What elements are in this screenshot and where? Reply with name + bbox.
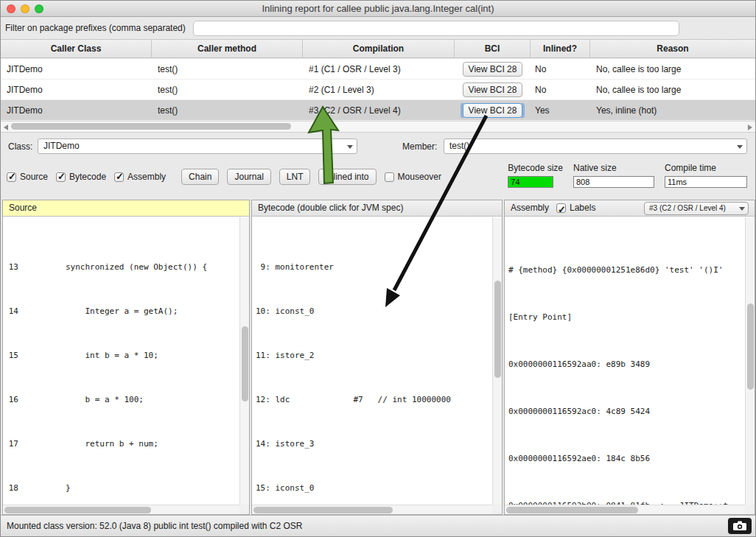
selector-bar: Class: JITDemo Member: test() [1,136,755,158]
source-horizontal-scrollbar[interactable] [3,505,239,514]
status-bar: Mounted class version: 52.0 (Java 8) pub… [1,515,755,536]
mouseover-checkbox-label: Mouseover [398,172,441,182]
native-size-value: 808 [573,176,654,188]
mouseover-checkbox[interactable]: Mouseover [385,172,441,182]
view-bci-button[interactable]: View BCI 28 [463,103,523,118]
inlining-table-body: JITDemo test() #1 (C1 / OSR / Level 3) V… [1,59,755,121]
scrollbar-thumb[interactable] [494,281,501,379]
source-line: 13 synchronized (new Object()) { [3,262,239,273]
cell-inlined: No [531,85,590,95]
inlined-into-button[interactable]: Inlined into [318,169,376,185]
class-combobox[interactable]: JITDemo [38,138,357,154]
cell-caller-class: JITDemo [1,85,152,95]
bytecode-line[interactable]: 11: istore_2 [252,350,492,361]
chain-button[interactable]: Chain [181,169,219,185]
filter-label: Filter on package prefixes (comma separa… [5,23,186,33]
cell-inlined: Yes [531,105,590,116]
journal-button[interactable]: Journal [227,169,270,185]
source-panel-header: Source [3,200,249,217]
checkbox-checked-icon [56,172,66,182]
chevron-down-icon [347,145,353,149]
camera-icon[interactable] [728,518,752,534]
labels-checkbox[interactable]: Labels [556,200,595,216]
bytecode-line[interactable]: 14: istore_3 [252,438,492,449]
bytecode-vertical-scrollbar[interactable] [492,217,502,505]
scroll-left-icon[interactable] [4,124,8,130]
filter-row: Filter on package prefixes (comma separa… [1,17,755,39]
view-bci-button[interactable]: View BCI 28 [463,62,523,77]
table-row[interactable]: JITDemo test() #3 (C2 / OSR / Level 4) V… [1,100,755,121]
column-header[interactable]: Inlined? [531,40,590,57]
scrollbar-thumb[interactable] [747,303,754,390]
status-text: Mounted class version: 52.0 (Java 8) pub… [7,521,303,531]
table-row[interactable]: JITDemo test() #1 (C1 / OSR / Level 3) V… [1,59,755,80]
cell-bci: View BCI 28 [455,103,531,118]
column-header[interactable]: Reason [590,40,755,57]
scrollbar-corner [745,505,755,514]
scrollbar-corner [239,505,249,514]
source-line: 15 int b = a * 10; [3,350,239,361]
bytecode-size-value: 74 [508,176,553,188]
source-vertical-scrollbar[interactable] [239,217,249,505]
chevron-down-icon [737,145,743,149]
member-combobox[interactable]: test() [444,138,747,154]
assembly-panel-title: Assembly [511,200,549,216]
column-header[interactable]: Caller method [152,40,303,57]
native-size-label: Native size [573,163,654,173]
assembly-panel: Assembly Labels #3 (C2 / OSR / Level 4) … [504,200,755,515]
compile-time-value: 11ms [665,176,747,188]
assembly-checkbox[interactable]: Assembly [114,172,166,182]
traffic-lights [7,4,43,13]
bytecode-checkbox[interactable]: Bytecode [56,172,106,182]
cell-compilation: #3 (C2 / OSR / Level 4) [303,105,455,116]
cell-reason: Yes, inline (hot) [590,105,755,116]
assembly-checkbox-label: Assembly [127,172,166,182]
view-bci-button[interactable]: View BCI 28 [463,83,523,97]
bytecode-panel: Bytecode (double click for JVM spec) 9: … [251,200,503,515]
column-header[interactable]: BCI [455,40,531,57]
labels-checkbox-label: Labels [570,200,595,216]
table-horizontal-scrollbar[interactable] [1,121,755,133]
source-panel-title: Source [9,200,37,216]
bytecode-horizontal-scrollbar[interactable] [252,505,492,514]
assembly-vertical-scrollbar[interactable] [745,217,755,505]
bytecode-line[interactable]: 15: iconst_0 [252,482,492,494]
cell-reason: No, callee is too large [590,85,755,95]
scrollbar-thumb[interactable] [242,326,248,401]
minimize-button[interactable] [21,4,29,13]
cell-caller-method: test() [152,64,303,74]
cell-bci: View BCI 28 [455,62,531,77]
compilation-select[interactable]: #3 (C2 / OSR / Level 4) [644,202,749,215]
filter-input[interactable] [193,21,679,36]
camera-glyph [732,521,747,531]
assembly-line: 0x0000000116592ac0: 4c89 5424 [505,406,745,418]
lnt-button[interactable]: LNT [279,169,311,185]
assembly-line: # {method} {0x00000001251e86d0} 'test' '… [505,264,745,276]
bytecode-line[interactable]: 10: iconst_0 [252,306,492,317]
bytecode-line[interactable]: 12: ldc #7 // int 10000000 [252,394,492,405]
column-header[interactable]: Caller Class [1,40,152,57]
scroll-right-icon[interactable] [748,124,752,130]
cell-bci: View BCI 28 [455,83,531,97]
cell-reason: No, callee is too large [590,64,755,74]
table-row[interactable]: JITDemo test() #2 (C1 / Level 3) View BC… [1,80,755,100]
column-header[interactable]: Compilation [303,40,455,57]
scrollbar-thumb[interactable] [4,507,151,513]
source-checkbox[interactable]: Source [7,172,48,182]
scrollbar-thumb[interactable] [506,507,638,513]
assembly-horizontal-scrollbar[interactable] [505,505,745,514]
close-button[interactable] [7,4,15,13]
bytecode-line[interactable]: 9: monitorenter [252,262,492,273]
scrollbar-thumb[interactable] [253,507,393,513]
bytecode-size-stat: Bytecode size 74 [508,163,563,188]
stats-group: Bytecode size 74 Native size 808 Compile… [508,163,747,188]
scrollbar-thumb[interactable] [11,123,291,130]
checkbox-checked-icon [7,172,16,182]
source-checkbox-label: Source [20,172,48,182]
bytecode-code: 9: monitorenter 10: iconst_0 11: istore_… [252,217,492,505]
maximize-button[interactable] [35,4,43,13]
title-bar: Inlining report for callee public java.l… [1,1,755,17]
class-combobox-value: JITDemo [43,141,80,151]
inlining-table-header: Caller ClassCaller methodCompilationBCII… [1,39,755,58]
source-line: 17 return b + num; [3,438,239,449]
